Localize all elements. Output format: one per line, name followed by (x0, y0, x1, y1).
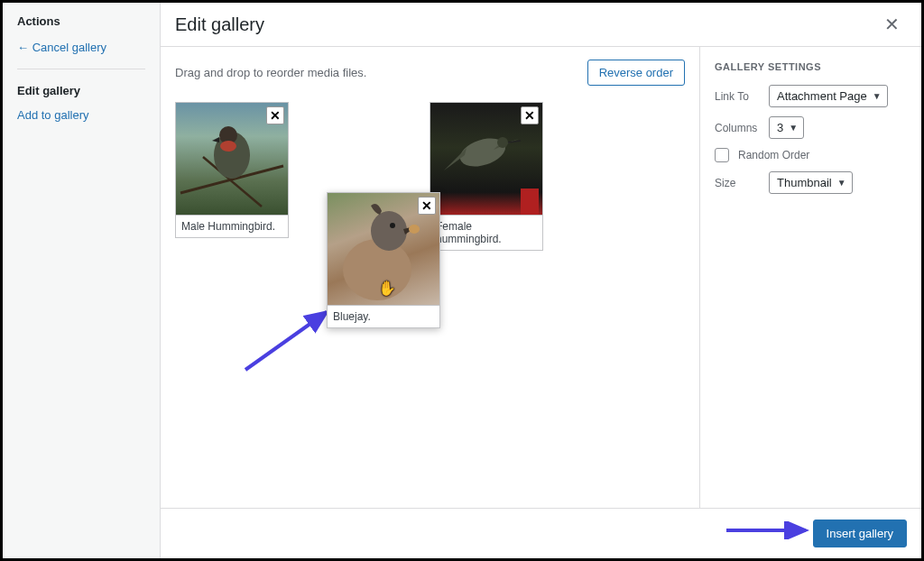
size-label: Size (715, 177, 760, 189)
gallery-toolbar: Drag and drop to reorder media files. Re… (175, 60, 685, 86)
thumb-caption[interactable]: Bluejay. (328, 305, 439, 327)
modal-body: Actions Cancel gallery Edit gallery Add … (3, 3, 921, 558)
page-title: Edit gallery (175, 14, 264, 35)
thumbnails-canvas[interactable]: ✕ Male Hummingbird. (175, 102, 685, 490)
setting-random-order: Random Order (715, 148, 907, 162)
columns-select[interactable]: 3 ▼ (769, 116, 804, 139)
svg-point-4 (220, 141, 236, 152)
edit-gallery-heading: Edit gallery (3, 78, 160, 103)
actions-heading: Actions (3, 3, 160, 35)
chevron-down-icon: ▼ (873, 91, 882, 101)
gallery-settings-panel: GALLERY SETTINGS Link To Attachment Page… (699, 47, 921, 508)
actions-sidebar: Actions Cancel gallery Edit gallery Add … (3, 3, 161, 558)
size-select[interactable]: Thumbnail ▼ (769, 171, 853, 194)
random-order-label: Random Order (738, 149, 809, 161)
insert-gallery-button[interactable]: Insert gallery (813, 520, 907, 547)
gallery-area: Drag and drop to reorder media files. Re… (161, 47, 699, 508)
thumb-caption[interactable]: Female hummingbird. (430, 215, 542, 250)
link-to-select[interactable]: Attachment Page ▼ (769, 85, 888, 107)
thumbnail-image: ✕ ✋ (328, 193, 439, 305)
svg-point-10 (371, 211, 407, 251)
main-header: Edit gallery ✕ (161, 3, 921, 47)
setting-columns: Columns 3 ▼ (715, 116, 907, 139)
x-icon: ✕ (524, 108, 535, 123)
chevron-down-icon: ▼ (789, 123, 798, 133)
remove-thumb-button[interactable]: ✕ (266, 106, 284, 124)
modal-footer: Insert gallery (161, 508, 921, 558)
reorder-hint: Drag and drop to reorder media files. (175, 66, 366, 79)
annotation-arrow-icon (238, 305, 337, 377)
main-content: Drag and drop to reorder media files. Re… (161, 47, 921, 508)
svg-rect-8 (521, 189, 539, 215)
setting-link-to: Link To Attachment Page ▼ (715, 85, 907, 107)
select-value: Attachment Page (777, 89, 867, 103)
svg-point-9 (343, 239, 411, 300)
x-icon: ✕ (270, 108, 281, 123)
sidebar-divider (17, 69, 145, 69)
gallery-thumb[interactable]: ✕ Female hummingbird. (430, 102, 543, 251)
columns-label: Columns (715, 122, 760, 134)
chevron-down-icon: ▼ (837, 178, 846, 188)
setting-size: Size Thumbnail ▼ (715, 171, 907, 194)
select-value: Thumbnail (777, 176, 832, 189)
annotation-arrow-icon (723, 521, 813, 539)
svg-line-7 (508, 141, 521, 143)
main-panel: Edit gallery ✕ Drag and drop to reorder … (161, 3, 921, 558)
edit-gallery-modal: Actions Cancel gallery Edit gallery Add … (3, 3, 921, 558)
close-icon: ✕ (884, 14, 900, 34)
close-button[interactable]: ✕ (877, 12, 907, 37)
gallery-thumb[interactable]: ✕ Male Hummingbird. (175, 102, 289, 238)
reverse-order-button[interactable]: Reverse order (587, 60, 685, 86)
svg-point-11 (409, 225, 420, 234)
link-to-label: Link To (715, 90, 760, 103)
thumbnail-image: ✕ (176, 103, 288, 215)
cancel-gallery-link[interactable]: Cancel gallery (3, 35, 160, 60)
select-value: 3 (777, 121, 783, 134)
svg-point-6 (497, 137, 508, 148)
remove-thumb-button[interactable]: ✕ (521, 106, 539, 124)
gallery-thumb-dragging[interactable]: ✕ ✋ Bluejay. (327, 192, 440, 328)
thumb-caption[interactable]: Male Hummingbird. (176, 215, 288, 237)
svg-line-13 (245, 312, 327, 370)
settings-heading: GALLERY SETTINGS (715, 61, 907, 72)
x-icon: ✕ (421, 198, 432, 213)
random-order-checkbox[interactable] (715, 148, 729, 162)
svg-point-12 (390, 223, 395, 228)
add-to-gallery-link[interactable]: Add to gallery (3, 103, 160, 127)
remove-thumb-button[interactable]: ✕ (418, 197, 436, 215)
thumbnail-image: ✕ (430, 103, 542, 215)
